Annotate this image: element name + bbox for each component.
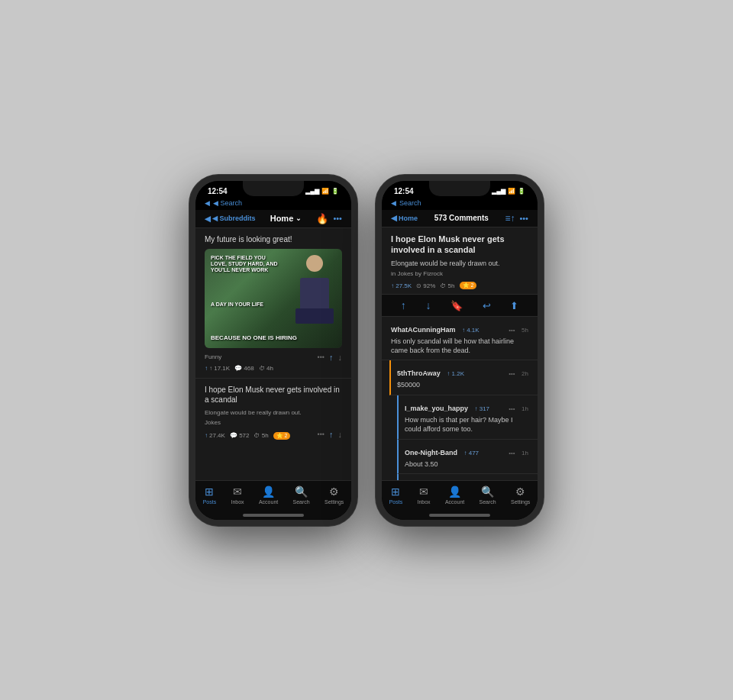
votes-1: ↑ ↑ 17.1K [205, 365, 230, 372]
comment-user-1: 5thThroAway [397, 369, 441, 377]
post-desc-2: Elongate would be really drawn out. [205, 409, 342, 416]
nav-subreddits[interactable]: ◀ ◀ Subreddits [205, 215, 256, 223]
account-label-1: Account [259, 499, 278, 505]
nav-bar-1: ◀ ◀ Subreddits Home ⌄ 🔥 ••• [195, 210, 351, 228]
comment-user-0: WhatACunningHam [391, 326, 456, 334]
sort-icon[interactable]: ≡↑ [505, 213, 515, 224]
back-search-1[interactable]: ◀ ◀ Search [195, 198, 351, 210]
post-sub-1: Funny [205, 353, 221, 360]
inbox-label-1: Inbox [231, 499, 244, 505]
search-label-1: Search [293, 499, 310, 505]
post-downvote-1[interactable]: ↓ [338, 353, 343, 362]
fire-icon[interactable]: 🔥 [316, 213, 328, 224]
post-actions-2: ••• ↑ ↓ [318, 430, 342, 439]
search-icon-1: 🔍 [295, 485, 308, 498]
back-label-2: Search [399, 199, 421, 207]
tab-settings-1[interactable]: ⚙ Settings [325, 485, 344, 505]
comment-header-0: WhatACunningHam ↑ 4.1K ••• 5h [391, 321, 528, 335]
post-actions-1: ••• ↑ ↓ [318, 353, 342, 362]
post-downvote-2[interactable]: ↓ [338, 430, 343, 439]
phone-1: 12:54 ▂▄▆ 📶 🔋 ◀ ◀ Search ◀ ◀ Subreddits [189, 175, 357, 526]
back-search-2[interactable]: ◀ Search [382, 198, 538, 210]
downvote-action[interactable]: ↓ [425, 299, 431, 311]
share-action[interactable]: ⬆ [510, 300, 518, 311]
comment-header-2: I_make_you_happy ↑ 317 ••• 1h [405, 400, 528, 414]
search-label-2: Search [480, 499, 496, 505]
wifi-icon-2: 📶 [508, 188, 515, 195]
home-bar-1 [243, 514, 304, 517]
nav-home-back[interactable]: ◀ Home [391, 214, 418, 222]
post-stats-1: ↑ ↑ 17.1K 💬 468 ⏱ 4h [205, 362, 342, 372]
bookmark-action[interactable]: 🔖 [450, 300, 463, 311]
inbox-icon-1: ✉ [233, 485, 242, 498]
meme-bg: PICK THE FIELD YOU LOVE, STUDY HARD, AND… [205, 249, 342, 348]
settings-label-1: Settings [325, 499, 344, 505]
content-1: My future is looking great! PICK THE FIE… [195, 228, 351, 480]
upvote-action[interactable]: ↑ [401, 299, 406, 311]
home-bar-2 [429, 514, 490, 517]
back-arrow-1: ◀ [205, 199, 210, 207]
reply-action[interactable]: ↩ [483, 300, 491, 311]
time-1: 12:54 [208, 187, 228, 195]
comment-time-2: 1h [521, 405, 528, 412]
person-head [306, 255, 323, 272]
post-upvote-1[interactable]: ↑ [329, 353, 334, 362]
comment-score-2: ↑ 317 [475, 405, 490, 412]
home-indicator-2 [382, 511, 538, 520]
post-sub-2: Jokes [205, 419, 342, 426]
post-card-1[interactable]: My future is looking great! PICK THE FIE… [195, 228, 351, 379]
tab-search-2[interactable]: 🔍 Search [480, 485, 496, 505]
tab-posts-2[interactable]: ⊞ Posts [389, 485, 403, 505]
post-stats-2: ↑ 27.4K 💬 572 ⏱ 5h ⭐ 2 [205, 429, 290, 440]
wifi-icon-1: 📶 [321, 188, 329, 195]
battery-icon-1: 🔋 [331, 188, 339, 195]
comment-dots-1[interactable]: ••• [509, 370, 515, 377]
comment-4[interactable]: thisislisahall ↑ 221 ••• 1h God dammit L… [397, 474, 538, 479]
status-icons-2: ▂▄▆ 📶 🔋 [492, 188, 525, 195]
tab-inbox-1[interactable]: ✉ Inbox [231, 485, 244, 505]
posts-label-1: Posts [203, 499, 217, 505]
comment-score-0: ↑ 4.1K [462, 327, 480, 334]
comment-dots-2[interactable]: ••• [509, 405, 515, 412]
post-more-2[interactable]: ••• [318, 431, 325, 438]
nav-home[interactable]: Home ⌄ [270, 214, 302, 223]
posts-label-2: Posts [389, 499, 403, 505]
status-icons-1: ▂▄▆ 📶 🔋 [305, 188, 339, 195]
settings-icon-1: ⚙ [329, 485, 339, 498]
post-footer-2: ↑ 27.4K 💬 572 ⏱ 5h ⭐ 2 ••• ↑ ↓ [205, 429, 342, 440]
time-post-1: ⏱ 4h [259, 365, 273, 372]
tab-posts-1[interactable]: ⊞ Posts [203, 485, 217, 505]
post-image-1: PICK THE FIELD YOU LOVE, STUDY HARD, AND… [205, 249, 342, 348]
tab-search-1[interactable]: 🔍 Search [293, 485, 310, 505]
post-upvote-2[interactable]: ↑ [329, 430, 334, 439]
nav-back-arrow: ◀ [205, 215, 211, 223]
tab-account-1[interactable]: 👤 Account [259, 485, 278, 505]
nav-comments: 573 Comments [434, 214, 489, 222]
post-card-2[interactable]: I hope Elon Musk never gets involved in … [195, 379, 351, 446]
comment-header-1: 5thThroAway ↑ 1.2K ••• 2h [397, 365, 528, 379]
comment-2[interactable]: I_make_you_happy ↑ 317 ••• 1h How much i… [397, 395, 538, 439]
comment-dots-3[interactable]: ••• [509, 450, 515, 456]
notch-2 [429, 181, 490, 196]
comment-3[interactable]: One-Night-Band ↑ 477 ••• 1h About 3.50 [397, 440, 538, 475]
meme-person [294, 255, 336, 324]
more-icon-1[interactable]: ••• [333, 214, 342, 223]
home-indicator-1 [195, 511, 351, 520]
account-icon-2: 👤 [448, 485, 461, 498]
more-icon-2[interactable]: ••• [519, 214, 528, 223]
action-bar: ↑ ↓ 🔖 ↩ ⬆ [382, 294, 538, 317]
nav-right-2: ≡↑ ••• [505, 213, 528, 224]
comment-0[interactable]: WhatACunningHam ↑ 4.1K ••• 5h His only s… [382, 317, 538, 360]
back-arrow-2: ◀ [391, 199, 396, 207]
screen-2: 12:54 ▂▄▆ 📶 🔋 ◀ Search ◀ Home 57 [382, 181, 538, 520]
comment-dots-0[interactable]: ••• [509, 327, 515, 334]
posts-icon-2: ⊞ [391, 485, 400, 498]
tab-account-2[interactable]: 👤 Account [445, 485, 464, 505]
tab-inbox-2[interactable]: ✉ Inbox [417, 485, 430, 505]
tab-settings-2[interactable]: ⚙ Settings [511, 485, 530, 505]
comment-1[interactable]: 5thThroAway ↑ 1.2K ••• 2h $50000 [389, 360, 538, 395]
post-more-1[interactable]: ••• [318, 353, 325, 361]
comment-time-1: 2h [521, 370, 528, 377]
phone-2: 12:54 ▂▄▆ 📶 🔋 ◀ Search ◀ Home 57 [376, 175, 544, 526]
screen-1: 12:54 ▂▄▆ 📶 🔋 ◀ ◀ Search ◀ ◀ Subreddits [195, 181, 351, 520]
